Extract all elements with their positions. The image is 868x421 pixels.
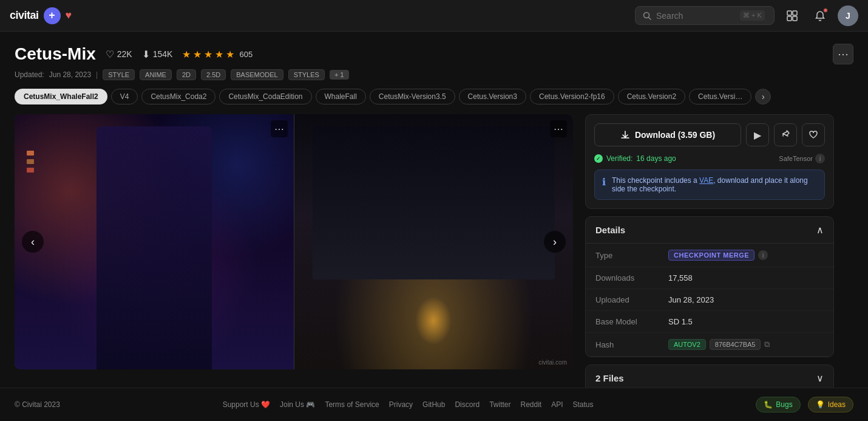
- verified-row: ✓ Verified: 16 days ago SafeTensor i: [594, 154, 825, 163]
- heart-icon: ♡: [106, 49, 114, 60]
- type-info-btn[interactable]: i: [758, 250, 768, 260]
- character-silhouette: [97, 126, 212, 369]
- logo: civitai + ♥: [10, 7, 72, 24]
- share-btn[interactable]: [774, 123, 797, 146]
- safetensor-info-btn[interactable]: i: [815, 154, 825, 163]
- search-icon: [643, 12, 651, 20]
- gallery-image-1: ⋯: [15, 114, 294, 369]
- verified-text: Verified:: [606, 154, 632, 163]
- tab-cetus-version3[interactable]: Cetus.Version3: [459, 89, 526, 104]
- download-button[interactable]: Download (3.59 GB): [594, 123, 741, 146]
- downloads-value: 17,558: [668, 273, 693, 282]
- svg-rect-3: [793, 11, 797, 15]
- tab-cetusmix-whalefall2[interactable]: CetusMix_WhaleFall2: [15, 89, 107, 104]
- tag-plus[interactable]: + 1: [330, 70, 349, 80]
- right-panel: Download (3.59 GB) ▶: [585, 114, 834, 392]
- vae-link[interactable]: VAE: [699, 176, 713, 185]
- version-tabs: CetusMix_WhaleFall2 V4 CetusMix_Coda2 Ce…: [15, 89, 853, 104]
- tag-2_5d[interactable]: 2.5D: [201, 69, 226, 80]
- tag-basemodel[interactable]: BASEMODEL: [231, 69, 283, 80]
- ideas-icon: 💡: [816, 400, 825, 409]
- meta-row: Updated: Jun 28, 2023 | STYLE ANIME 2D 2…: [15, 69, 853, 80]
- base-model-key: Base Model: [595, 317, 668, 326]
- search-bar[interactable]: ⌘ + K: [635, 6, 775, 25]
- tab-cetusmix-version3-5[interactable]: CetusMix-Version3.5: [370, 89, 455, 104]
- hash-value: AUTOV2 876B4C7BA5 ⧉: [668, 339, 770, 350]
- footer-link-support[interactable]: Support Us ❤️: [223, 400, 270, 409]
- footer-link-terms[interactable]: Terms of Service: [325, 400, 379, 409]
- tab-cetus-version2[interactable]: Cetus.Version2: [618, 89, 685, 104]
- svg-line-1: [649, 17, 651, 19]
- gallery-menu-left[interactable]: ⋯: [271, 120, 288, 137]
- ideas-button[interactable]: 💡 Ideas: [808, 397, 853, 412]
- footer-link-github[interactable]: GitHub: [422, 400, 445, 409]
- verified-badge: ✓ Verified: 16 days ago: [594, 154, 676, 163]
- tab-cetusmix-codaedition[interactable]: CetusMix_CodaEdition: [219, 89, 311, 104]
- updated-label: Updated:: [15, 70, 44, 79]
- tag-2d[interactable]: 2D: [177, 69, 196, 80]
- tag-anime[interactable]: ANIME: [140, 69, 172, 80]
- search-shortcut: ⌘ + K: [740, 10, 765, 21]
- copyright: © Civitai 2023: [15, 400, 60, 409]
- gallery-image-2: ⋯ civitai.com: [294, 114, 574, 369]
- uploaded-value: Jun 28, 2023: [668, 295, 714, 304]
- image-source: civitai.com: [538, 359, 567, 366]
- vae-notice: ℹ This checkpoint includes a VAE, downlo…: [594, 169, 825, 200]
- tab-v4[interactable]: V4: [111, 89, 138, 104]
- play-btn[interactable]: ▶: [746, 123, 769, 146]
- bookmark-btn[interactable]: [802, 123, 825, 146]
- details-row-downloads: Downloads 17,558: [586, 267, 833, 289]
- copy-hash-btn[interactable]: ⧉: [764, 340, 770, 349]
- bugs-button[interactable]: 🐛 Bugs: [756, 397, 800, 412]
- tab-cetus-version2-fp16[interactable]: Cetus.Version2-fp16: [530, 89, 614, 104]
- download-btn-label: Download (3.59 GB): [635, 130, 715, 140]
- avatar[interactable]: J: [838, 5, 858, 26]
- share-icon: [781, 130, 790, 140]
- tag-styles[interactable]: STYLES: [288, 69, 325, 80]
- search-input[interactable]: [656, 11, 735, 21]
- gallery-icon-btn[interactable]: [782, 5, 802, 26]
- content-area: ⋯ ⋯ civitai.com ‹ ›: [15, 114, 853, 392]
- footer-left: © Civitai 2023: [15, 400, 60, 409]
- footer-link-discord[interactable]: Discord: [455, 400, 480, 409]
- image-gallery: ⋯ ⋯ civitai.com ‹ ›: [15, 114, 573, 369]
- footer-link-twitter[interactable]: Twitter: [489, 400, 510, 409]
- rating-row: ★ ★ ★ ★ ★ 605: [182, 49, 253, 60]
- tab-cetusmix-coda2[interactable]: CetusMix_Coda2: [141, 89, 215, 104]
- download-row: Download (3.59 GB) ▶: [594, 123, 825, 146]
- hash-value-badge: 876B4C7BA5: [710, 339, 761, 350]
- updated-date: Jun 28, 2023: [49, 70, 91, 79]
- add-icon[interactable]: +: [44, 7, 61, 24]
- downloads-stat: ⬇ 154K: [142, 49, 173, 60]
- header: civitai + ♥ ⌘ + K J: [0, 0, 868, 32]
- gallery-prev-btn[interactable]: ‹: [22, 231, 44, 253]
- window-lights: [27, 151, 34, 173]
- likes-stat: ♡ 22K: [106, 49, 132, 60]
- footer-link-join[interactable]: Join Us 🎮: [280, 400, 315, 409]
- favorites-icon[interactable]: ♥: [66, 9, 72, 22]
- tag-style[interactable]: STYLE: [103, 69, 135, 80]
- details-section: Details ∧ Type CHECKPOINT MERGE i Downlo…: [585, 216, 834, 357]
- model-title: Cetus-Mix: [15, 44, 96, 64]
- gallery-next-btn[interactable]: ›: [544, 231, 566, 253]
- ideas-label: Ideas: [828, 400, 846, 409]
- footer: © Civitai 2023 Support Us ❤️ Join Us 🎮 T…: [0, 388, 868, 421]
- bugs-label: Bugs: [776, 400, 792, 409]
- tabs-scroll-right[interactable]: ›: [755, 89, 771, 104]
- logo-text[interactable]: civitai: [10, 9, 39, 22]
- tab-cetus-versi[interactable]: Cetus.Versi…: [689, 89, 751, 104]
- footer-link-privacy[interactable]: Privacy: [389, 400, 413, 409]
- more-options-btn[interactable]: ⋯: [833, 44, 853, 64]
- gallery-menu-right[interactable]: ⋯: [550, 120, 567, 137]
- footer-link-api[interactable]: API: [551, 400, 563, 409]
- tab-whalefall[interactable]: WhaleFall: [316, 89, 366, 104]
- downloads-count: 154K: [153, 49, 173, 59]
- details-toggle[interactable]: Details ∧: [586, 217, 833, 244]
- notifications-btn[interactable]: [810, 5, 830, 26]
- footer-link-reddit[interactable]: Reddit: [520, 400, 541, 409]
- footer-link-status[interactable]: Status: [573, 400, 594, 409]
- bugs-icon: 🐛: [764, 400, 773, 409]
- likes-count: 22K: [117, 49, 132, 59]
- details-title: Details: [595, 225, 625, 235]
- download-section: Download (3.59 GB) ▶: [585, 114, 834, 209]
